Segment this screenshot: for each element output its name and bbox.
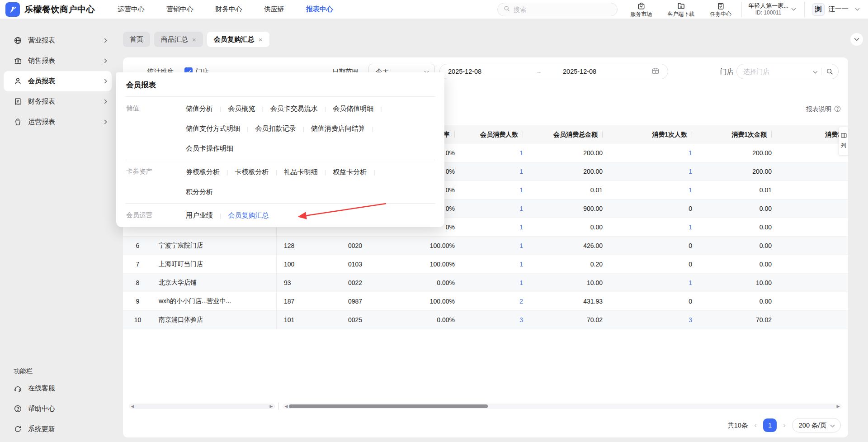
action-tasks[interactable]: 任务中心 bbox=[710, 2, 731, 17]
search-input[interactable] bbox=[514, 6, 604, 13]
store-select[interactable]: 选择门店 bbox=[736, 64, 839, 79]
member-consume-count-cell[interactable]: 3 bbox=[455, 316, 523, 323]
tab-label: 首页 bbox=[130, 35, 143, 44]
menu-link[interactable]: 储值支付方式明细 bbox=[186, 124, 240, 132]
menu-link[interactable]: 会员扣款记录 bbox=[255, 124, 296, 132]
menu-link[interactable]: 会员储值明细 bbox=[333, 105, 373, 112]
consume-once-count-cell[interactable]: 1 bbox=[603, 223, 692, 231]
menu-link[interactable]: 储值分析 bbox=[186, 105, 213, 112]
member-consume-count-cell[interactable]: 1 bbox=[455, 261, 523, 268]
menu-section-label: 储值 bbox=[125, 99, 186, 158]
top-nav: 运营中心营销中心财务中心供应链报表中心 bbox=[118, 5, 333, 14]
sidebar-item-label: 会员报表 bbox=[28, 77, 55, 86]
consume-once-count-cell[interactable]: 1 bbox=[603, 186, 692, 194]
consume-once-count-cell[interactable]: 1 bbox=[603, 279, 692, 286]
total-count: 共10条 bbox=[727, 421, 748, 430]
member-consume-count-cell[interactable]: 1 bbox=[455, 186, 523, 194]
next-page-icon[interactable]: › bbox=[782, 421, 787, 430]
merchant-switcher[interactable]: 年轻人第一家... ID: 100011 bbox=[741, 2, 802, 17]
consume-once-count-cell[interactable]: 3 bbox=[603, 316, 692, 323]
topnav-item[interactable]: 营销中心 bbox=[166, 5, 193, 14]
divider: | bbox=[247, 125, 248, 132]
scroll-right-icon[interactable]: ▶ bbox=[835, 404, 841, 409]
consume-once-amount-cell: 0.00 bbox=[692, 261, 772, 268]
page-number[interactable]: 1 bbox=[763, 418, 777, 432]
divider: | bbox=[325, 105, 326, 112]
consume-once-amount-cell: 0.00 bbox=[692, 205, 772, 212]
horizontal-scrollbars: ◀ ▶ ◀ ▶ bbox=[129, 403, 842, 409]
action-market[interactable]: 服务市场 bbox=[630, 2, 652, 17]
sidebar-footer-item-label: 帮助中心 bbox=[28, 404, 55, 413]
sidebar-item-member[interactable]: 会员报表 bbox=[4, 71, 112, 91]
prev-page-icon[interactable]: ‹ bbox=[753, 421, 758, 430]
col-header: 会员消费总金额 bbox=[523, 131, 603, 139]
menu-link[interactable]: 会员概览 bbox=[228, 105, 255, 112]
menu-link[interactable]: 券模板分析 bbox=[186, 168, 220, 176]
tabs-collapse-button[interactable] bbox=[850, 33, 863, 46]
close-icon[interactable]: × bbox=[259, 36, 263, 43]
menu-link[interactable]: 卡模板分析 bbox=[235, 168, 269, 176]
tab-item[interactable]: 商品汇总× bbox=[154, 32, 203, 47]
sidebar-item-globe[interactable]: 营业报表 bbox=[0, 30, 115, 51]
columns-icon bbox=[841, 133, 847, 139]
tab-item[interactable]: 首页 bbox=[123, 32, 150, 47]
scroll-left-icon[interactable]: ◀ bbox=[130, 404, 135, 409]
sidebar-footer-item-help[interactable]: 帮助中心 bbox=[0, 399, 115, 419]
member-consume-amount-cell: 0.20 bbox=[523, 261, 603, 268]
table-scrollbar[interactable]: ◀ ▶ bbox=[283, 404, 842, 409]
fixed-columns-scrollbar[interactable]: ◀ ▶ bbox=[129, 404, 275, 409]
member-consume-count-cell[interactable]: 2 bbox=[455, 298, 523, 305]
menu-link[interactable]: 权益卡分析 bbox=[333, 168, 367, 176]
topnav-item[interactable]: 供应链 bbox=[264, 5, 284, 14]
member-consume-count-cell[interactable]: 1 bbox=[455, 168, 523, 175]
menu-link[interactable]: 储值消费店间结算 bbox=[311, 124, 365, 132]
menu-link[interactable]: 会员复购汇总 bbox=[228, 211, 269, 219]
consume-once-amount-cell: 10.00 bbox=[692, 279, 772, 286]
store-name-cell: 宁波宁宸院门店 bbox=[152, 242, 276, 250]
consume-once-count-cell[interactable]: 1 bbox=[603, 168, 692, 175]
consume-once-count-cell: 0 bbox=[603, 261, 692, 268]
store-name-cell: 南京浦口体验店 bbox=[152, 316, 276, 324]
member-consume-count-cell[interactable]: 1 bbox=[455, 205, 523, 212]
member-consume-count-cell[interactable]: 1 bbox=[455, 279, 523, 286]
sidebar-footer-item-update[interactable]: 系统更新 bbox=[0, 419, 115, 439]
user-menu[interactable]: 浏 汪一一 bbox=[804, 2, 860, 17]
member-consume-count-cell[interactable]: 1 bbox=[455, 242, 523, 249]
close-icon[interactable]: × bbox=[192, 36, 196, 43]
scroll-right-icon[interactable]: ▶ bbox=[269, 404, 274, 409]
sidebar-item-bank[interactable]: 销售报表 bbox=[0, 51, 115, 71]
scroll-left-icon[interactable]: ◀ bbox=[283, 404, 289, 409]
sidebar-item-finance[interactable]: 财务报表 bbox=[0, 91, 115, 112]
member-report-menu-panel: 会员报表 储值储值分析|会员概览|会员卡交易流水|会员储值明细|储值支付方式明细… bbox=[116, 72, 444, 227]
consume-once-count-cell[interactable]: 1 bbox=[603, 149, 692, 157]
consume-once-amount-cell: 0.01 bbox=[692, 186, 772, 194]
report-help-link[interactable]: 报表说明 bbox=[806, 105, 841, 114]
page-size-select[interactable]: 200 条/页 bbox=[792, 418, 841, 432]
topnav-item[interactable]: 报表中心 bbox=[306, 5, 333, 14]
menu-link[interactable]: 积分分析 bbox=[186, 188, 213, 195]
action-download[interactable]: 客户端下载 bbox=[667, 2, 694, 17]
chevron-down-icon bbox=[813, 68, 818, 75]
member-consume-amount-cell: 0.01 bbox=[523, 186, 603, 194]
member-consume-count-cell[interactable]: 1 bbox=[455, 223, 523, 231]
menu-link[interactable]: 会员卡操作明细 bbox=[186, 144, 233, 152]
store-code-cell: 0020 bbox=[340, 242, 405, 249]
sidebar-footer-item-service[interactable]: 在线客服 bbox=[0, 378, 115, 399]
topnav-item[interactable]: 财务中心 bbox=[215, 5, 242, 14]
date-range-input[interactable]: 2025-12-08 → 2025-12-08 bbox=[439, 64, 668, 79]
scrollbar-thumb[interactable] bbox=[289, 404, 488, 408]
rate-cell: 100.00% bbox=[405, 242, 455, 249]
menu-link[interactable]: 会员卡交易流水 bbox=[270, 105, 318, 112]
menu-link[interactable]: 礼品卡明细 bbox=[284, 168, 318, 176]
topnav-item[interactable]: 运营中心 bbox=[118, 5, 145, 14]
column-settings-button[interactable]: 列 bbox=[839, 127, 848, 156]
member-consume-count-cell[interactable]: 1 bbox=[455, 149, 523, 157]
store-search-button[interactable] bbox=[826, 67, 834, 76]
menu-link[interactable]: 用户业绩 bbox=[186, 211, 213, 219]
tab-active[interactable]: 会员复购汇总× bbox=[207, 32, 269, 47]
menu-section-label: 会员运营 bbox=[125, 205, 186, 225]
sidebar-item-operation[interactable]: 运营报表 bbox=[0, 112, 115, 132]
menu-section: 卡券资产券模板分析|卡模板分析|礼品卡明细|权益卡分析|积分分析 bbox=[125, 160, 435, 204]
global-search[interactable] bbox=[497, 3, 618, 16]
table-row: 8北京大学店铺9300220.00%110.00110.00 bbox=[123, 274, 848, 292]
